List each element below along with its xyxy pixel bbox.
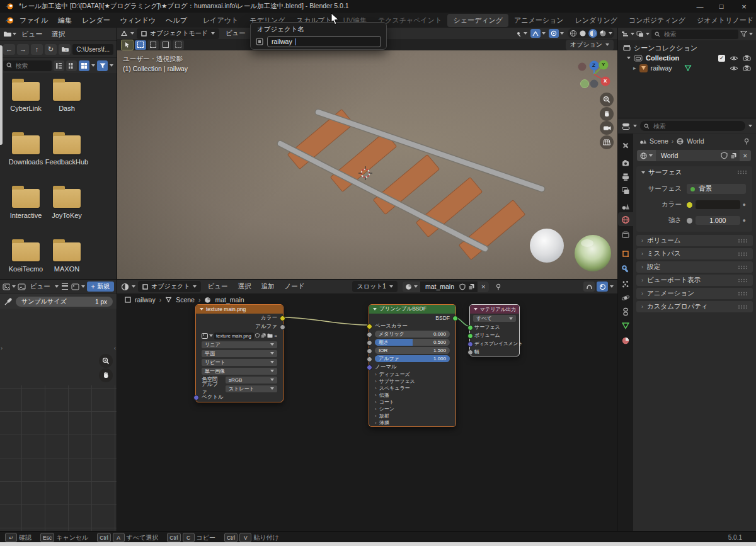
collapse-icon[interactable]	[373, 308, 377, 310]
outliner-display-mode-icon[interactable]	[621, 31, 629, 37]
surface-input-socket[interactable]	[467, 325, 473, 331]
menu-render[interactable]: レンダー	[77, 14, 115, 26]
breadcrumb-scene[interactable]: Scene	[176, 296, 195, 304]
properties-editor-icon[interactable]	[622, 123, 630, 130]
tab-rendering[interactable]: レンダリング	[569, 14, 623, 27]
folder-item[interactable]: CyberLink	[5, 82, 47, 112]
blender-app-menu-icon[interactable]	[4, 16, 14, 25]
projection-dropdown[interactable]: 平面	[202, 350, 277, 357]
unlink-icon[interactable]: ×	[478, 282, 489, 292]
folder-item[interactable]: FeedbackHub	[46, 135, 88, 166]
camera-view-gizmo[interactable]	[600, 121, 614, 135]
chevron-down-icon[interactable]	[55, 285, 59, 288]
active-tool-tweak[interactable]	[121, 40, 134, 50]
breadcrumb-material[interactable]: mat_main	[215, 296, 244, 304]
region-expand-right-icon[interactable]: ‹	[114, 345, 116, 351]
displacement-input-socket[interactable]	[467, 341, 473, 347]
eye-icon[interactable]	[730, 55, 738, 61]
render-camera-icon[interactable]	[743, 55, 751, 61]
funnel-icon[interactable]	[740, 31, 747, 37]
scene-collection-row[interactable]: シーンコレクション	[618, 43, 756, 53]
snap-button[interactable]	[530, 29, 541, 38]
panel-animation[interactable]: ›アニメーション	[636, 288, 753, 299]
fb-search-input[interactable]	[14, 62, 49, 70]
image-icon[interactable]	[202, 333, 208, 339]
world-datablock[interactable]: World ×	[637, 150, 751, 161]
chevron-down-icon[interactable]	[209, 334, 213, 337]
panel-settings[interactable]: ›設定	[636, 261, 753, 273]
se-menu-node[interactable]: ノード	[280, 282, 308, 292]
fake-user-shield-icon[interactable]	[721, 152, 728, 159]
menu-edit[interactable]: 編集	[53, 14, 77, 26]
filter-button[interactable]	[97, 60, 108, 71]
shader-editor-type-icon[interactable]	[121, 283, 129, 291]
region-expand-left-icon[interactable]: ›	[1, 345, 3, 351]
panel-viewport-display[interactable]: ›ビューポート表示	[636, 275, 753, 286]
output-node-header[interactable]: マテリアル出力	[470, 305, 519, 314]
fb-search-field[interactable]	[3, 60, 52, 71]
chevron-down-icon[interactable]	[130, 32, 134, 35]
folder-item[interactable]: MAXON	[46, 242, 88, 273]
material-output-node[interactable]: マテリアル出力 すべて サーフェス ボリューム ディスプレイスメント 幅	[469, 304, 520, 356]
section-specular[interactable]: ›スペキュラー	[369, 385, 455, 392]
minimize-button[interactable]: —	[689, 3, 711, 10]
chevron-down-icon[interactable]	[749, 33, 753, 35]
select-intersect-mode-button[interactable]	[173, 40, 184, 50]
tab-shading[interactable]: シェーディング	[447, 14, 508, 27]
interpolation-dropdown[interactable]: リニア	[202, 341, 277, 348]
folder-item[interactable]: JoyToKey	[46, 189, 88, 219]
shading-rendered-button[interactable]	[599, 30, 607, 37]
se-menu-select[interactable]: 選択	[234, 282, 255, 292]
strength-value-field[interactable]: 1.000	[696, 216, 740, 225]
unlink-icon[interactable]: ×	[274, 333, 277, 339]
pan-gizmo[interactable]	[600, 107, 614, 121]
overlay-toggle-button[interactable]	[597, 282, 608, 292]
properties-tab-particles[interactable]	[620, 278, 631, 289]
eye-icon[interactable]	[730, 65, 738, 71]
eyedropper-icon[interactable]	[4, 298, 12, 306]
snap-toggle-button[interactable]	[583, 282, 595, 292]
axis-z-label[interactable]: Z	[592, 62, 595, 68]
panel-custom-properties[interactable]: ›カスタムプロパティ	[636, 301, 753, 312]
render-camera-icon[interactable]	[743, 65, 751, 71]
vp-menu-view[interactable]: ビュー	[222, 28, 249, 38]
properties-tab-object[interactable]	[620, 248, 631, 259]
hamburger-menu-icon[interactable]	[62, 283, 68, 290]
properties-tab-output[interactable]	[620, 171, 631, 182]
collection-row[interactable]: Collection ✓	[618, 53, 756, 63]
outliner-search-input[interactable]	[663, 30, 735, 38]
animate-dot[interactable]: ●	[743, 217, 746, 224]
properties-tab-render[interactable]	[620, 157, 631, 168]
extension-dropdown[interactable]: リピート	[202, 359, 277, 366]
color-swatch[interactable]	[696, 200, 740, 209]
breadcrumb-scene[interactable]: Scene	[650, 137, 668, 145]
viewport-canvas[interactable]: Z Y X ユーザー・透視投影 (1) Collection | railway	[117, 50, 617, 279]
metallic-input-socket[interactable]	[367, 332, 372, 338]
alpha-mode-dropdown[interactable]: ストレート	[226, 385, 277, 392]
editor-type-icon[interactable]	[120, 30, 128, 37]
metallic-slider[interactable]: メタリック0.000	[375, 331, 450, 338]
chevron-down-icon[interactable]	[610, 285, 614, 288]
properties-tab-collection[interactable]	[620, 229, 631, 240]
nav-back-button[interactable]: ←	[3, 44, 15, 55]
fb-menu-select[interactable]: 選択	[48, 29, 69, 40]
mode-dropdown[interactable]: オブジェクトモード	[137, 28, 219, 39]
ie-menu-view[interactable]: ビュー	[28, 282, 53, 292]
shader-type-dropdown[interactable]: オブジェクト	[138, 281, 201, 292]
zoom-gizmo[interactable]	[99, 354, 113, 368]
copy-icon[interactable]	[730, 152, 737, 159]
properties-tab-constraints[interactable]	[620, 306, 631, 317]
tab-layout[interactable]: レイアウト	[197, 14, 244, 27]
chevron-down-icon[interactable]	[560, 32, 564, 35]
menu-help[interactable]: ヘルプ	[161, 14, 192, 26]
animate-dot[interactable]: ●	[743, 202, 746, 208]
color-socket-dot[interactable]	[687, 202, 692, 208]
colorspace-dropdown[interactable]: sRGB	[226, 377, 277, 384]
chevron-down-icon[interactable]	[609, 32, 612, 35]
normal-input-socket[interactable]	[367, 365, 372, 370]
panel-grip[interactable]	[738, 305, 748, 309]
surface-shader-button[interactable]: 背景	[687, 184, 746, 194]
panel-grip[interactable]	[738, 239, 748, 243]
menu-file[interactable]: ファイル	[14, 14, 53, 26]
display-vertical-list-button[interactable]	[54, 60, 64, 71]
